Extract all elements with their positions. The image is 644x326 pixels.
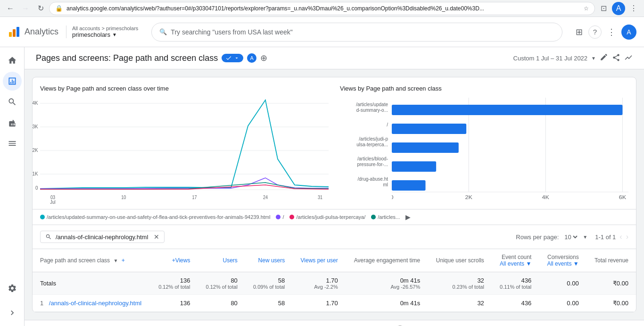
totals-views: 136 0.12% of total: [150, 272, 198, 295]
col-conversions-label: Conversions: [546, 254, 578, 260]
totals-views-per-user: 1.70 Avg -2.2%: [292, 272, 345, 295]
extensions-icon[interactable]: ⊡: [597, 2, 610, 15]
search-icon: 🔍: [159, 28, 167, 35]
rows-per-page-select[interactable]: 10 25 50: [562, 233, 579, 241]
sidebar-item-advertising[interactable]: [3, 113, 22, 132]
refresh-button[interactable]: ↻: [34, 2, 47, 15]
totals-label: Totals: [40, 280, 56, 287]
filter-search-icon: [45, 234, 52, 240]
page-info: 1-1 of 1: [595, 234, 616, 241]
svg-text:2K: 2K: [32, 148, 38, 153]
ga-logo-icon: [8, 25, 21, 39]
sidebar-item-settings[interactable]: [3, 279, 22, 298]
bar-chart-title: Views by Page path and screen class: [340, 85, 628, 92]
sidebar-item-home[interactable]: [3, 51, 22, 70]
totals-revenue: ₹0.00: [586, 272, 636, 295]
sidebar-item-configure[interactable]: [3, 134, 22, 153]
line-chart-container: Views by Page path and screen class over…: [40, 85, 329, 201]
svg-text:1K: 1K: [32, 171, 38, 177]
col-event-count-sub[interactable]: All events ▼: [499, 260, 531, 267]
address-bar[interactable]: 🔒 analytics.google.com/analytics/web/?au…: [49, 2, 595, 15]
add-col-icon[interactable]: +: [122, 257, 125, 264]
svg-text:24: 24: [263, 195, 268, 201]
bar-chart-area: /articles/updated-summary-o... / /articl…: [340, 98, 628, 201]
sidebar-item-explore[interactable]: [3, 92, 22, 111]
profile-icon[interactable]: A: [612, 2, 625, 15]
help-icon[interactable]: ?: [588, 25, 602, 39]
col-event-count[interactable]: Event count All events ▼: [492, 249, 539, 272]
col-views-per-user-label: Views per user: [301, 257, 338, 264]
data-table-wrap: Page path and screen class ▼ + +Views Us…: [33, 249, 636, 312]
account-dropdown-icon[interactable]: ▼: [112, 32, 117, 37]
col-new-users[interactable]: New users: [245, 249, 292, 272]
user-avatar[interactable]: A: [621, 25, 636, 40]
share-icon[interactable]: [612, 53, 620, 63]
filter-input[interactable]: [56, 234, 150, 241]
row-conversions: 0.00: [539, 295, 586, 312]
col-new-users-label: New users: [258, 257, 285, 264]
page-icon-badge[interactable]: A: [247, 53, 256, 63]
account-name[interactable]: primescholars ▼: [72, 31, 138, 38]
totals-new-users: 58 0.09% of total: [245, 272, 292, 295]
svg-rect-25: [392, 142, 459, 153]
sidebar-panel-toggle[interactable]: [3, 303, 22, 322]
totals-conversions: 0.00: [539, 272, 586, 295]
table-header-row: Page path and screen class ▼ + +Views Us…: [33, 249, 636, 272]
row-avg-engagement: 0m 41s: [346, 295, 428, 312]
legend-item-3: /articles...: [371, 214, 400, 220]
table-body: Totals 136 0.12% of total 80 0.12% of to…: [33, 272, 636, 312]
svg-text:3K: 3K: [32, 124, 38, 130]
row-views-per-user: 1.70: [292, 295, 345, 312]
col-views[interactable]: +Views: [150, 249, 198, 272]
col-conversions[interactable]: Conversions All events ▼: [539, 249, 586, 272]
svg-rect-1: [13, 29, 16, 37]
col-total-revenue[interactable]: Total revenue: [586, 249, 636, 272]
chart-view-icon[interactable]: [624, 53, 633, 63]
lock-icon: 🔒: [55, 5, 63, 12]
edit-icon[interactable]: [600, 53, 608, 63]
date-dropdown-icon[interactable]: ▼: [591, 56, 596, 61]
col-users[interactable]: Users: [198, 249, 245, 272]
svg-text:Jul: Jul: [50, 200, 56, 205]
col-avg-engagement[interactable]: Average engagement time: [346, 249, 428, 272]
back-button[interactable]: ←: [4, 2, 17, 15]
date-range[interactable]: Custom 1 Jul – 31 Jul 2022: [513, 55, 588, 62]
chrome-menu-icon[interactable]: ⋮: [627, 2, 640, 15]
table-totals-row: Totals 136 0.12% of total 80 0.12% of to…: [33, 272, 636, 295]
svg-text:17: 17: [192, 195, 197, 201]
sidebar-item-reports[interactable]: [3, 72, 22, 91]
svg-text:31: 31: [318, 195, 322, 201]
col-page-path[interactable]: Page path and screen class ▼ +: [33, 249, 150, 272]
svg-text:6K: 6K: [619, 195, 627, 200]
charts-section: Views by Page path and screen class over…: [33, 77, 636, 209]
col-unique-scrolls[interactable]: Unique user scrolls: [428, 249, 492, 272]
more-icon[interactable]: ⋮: [607, 27, 616, 37]
search-bar[interactable]: 🔍 Try searching "users from USA last wee…: [151, 23, 562, 42]
svg-rect-26: [392, 161, 436, 172]
col-conversions-sub[interactable]: All events ▼: [546, 260, 578, 267]
col-total-revenue-label: Total revenue: [594, 257, 628, 264]
col-views-per-user[interactable]: Views per user: [292, 249, 345, 272]
row-page-link[interactable]: /annals-of-clinical-nephrology.html: [49, 300, 141, 307]
page-header-right: Custom 1 Jul – 31 Jul 2022 ▼: [513, 53, 633, 63]
col-views-label: +Views: [172, 257, 190, 264]
svg-text:0: 0: [35, 185, 38, 191]
row-event-count: 436: [492, 295, 539, 312]
prev-page-icon[interactable]: ‹: [619, 233, 622, 241]
filter-clear-icon[interactable]: ✕: [154, 233, 159, 241]
add-comparison-icon[interactable]: ⊕: [260, 53, 267, 63]
col-unique-scrolls-label: Unique user scrolls: [436, 257, 484, 264]
legend-dot-pink: [289, 215, 294, 219]
forward-button[interactable]: →: [19, 2, 32, 15]
next-page-icon[interactable]: ›: [626, 233, 628, 241]
grid-icon[interactable]: ⊞: [576, 27, 583, 37]
col-avg-engagement-label: Average engagement time: [354, 257, 421, 264]
topbar-right: ⊞ ? ⋮ A: [576, 25, 636, 40]
legend-more-arrow[interactable]: ▶: [405, 213, 411, 221]
bar-label-1: /: [340, 122, 388, 128]
check-badge[interactable]: [222, 54, 243, 62]
data-table: Page path and screen class ▼ + +Views Us…: [33, 249, 636, 312]
bookmark-icon: ☆: [584, 5, 589, 12]
rows-per-page-label: Rows per page:: [516, 234, 559, 241]
svg-rect-24: [392, 124, 466, 134]
